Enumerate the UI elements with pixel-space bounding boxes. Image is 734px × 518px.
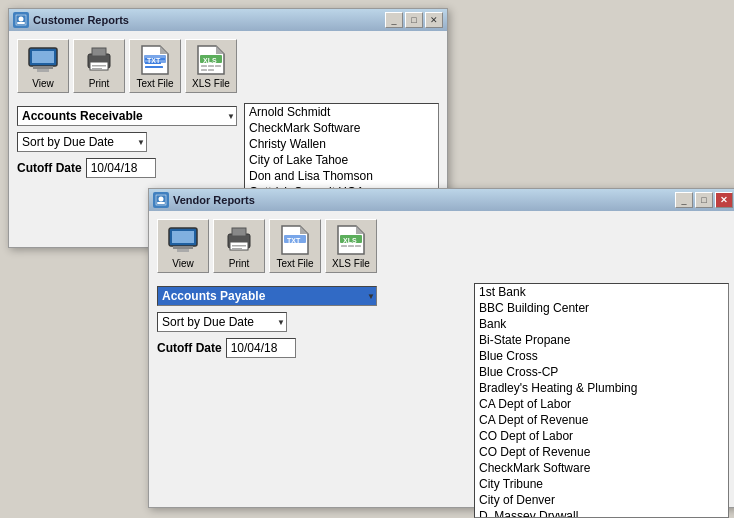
vendor-close-btn[interactable]: ✕	[715, 192, 733, 208]
vendor-minimize-btn[interactable]: _	[675, 192, 693, 208]
svg-rect-32	[173, 246, 193, 249]
list-item[interactable]: CheckMark Software	[245, 120, 438, 136]
customer-cutoff-label: Cutoff Date	[17, 161, 82, 175]
vendor-sort-select[interactable]: Sort by Due Date Sort by Name Sort by Am…	[157, 312, 287, 332]
list-item[interactable]: Bank	[475, 316, 728, 332]
svg-rect-5	[37, 69, 49, 72]
printer-icon	[223, 224, 255, 256]
list-item[interactable]: Don and Lisa Thomson	[245, 168, 438, 184]
monitor-icon	[27, 44, 59, 76]
customer-window-title: Customer Reports	[33, 14, 129, 26]
vendor-xls-file-btn[interactable]: XLS XLS File	[325, 219, 377, 273]
vendor-title-bar: Vendor Reports _ □ ✕	[149, 189, 734, 211]
customer-xls-file-btn[interactable]: XLS XLS File	[185, 39, 237, 93]
xls-icon: XLS	[335, 224, 367, 256]
svg-rect-6	[32, 51, 54, 63]
vendor-form: Accounts Payable Accounts Receivable Bal…	[157, 286, 377, 364]
customer-print-btn[interactable]: Print	[73, 39, 125, 93]
list-item[interactable]: CO Dept of Revenue	[475, 444, 728, 460]
customer-form: Accounts Receivable Accounts Payable Bal…	[17, 106, 237, 184]
customer-view-btn[interactable]: View	[17, 39, 69, 93]
customer-minimize-btn[interactable]: _	[385, 12, 403, 28]
svg-rect-16	[145, 66, 163, 68]
svg-point-1	[19, 17, 24, 22]
vendor-reports-window: Vendor Reports _ □ ✕ View	[148, 188, 734, 508]
svg-rect-2	[17, 22, 25, 24]
svg-text:TXT: TXT	[287, 237, 301, 244]
svg-rect-11	[92, 68, 102, 70]
list-item[interactable]: 1st Bank	[475, 284, 728, 300]
customer-report-row: Accounts Receivable Accounts Payable Bal…	[17, 106, 237, 126]
svg-point-29	[159, 197, 164, 202]
list-item[interactable]: Arnold Schmidt	[245, 104, 438, 120]
vendor-print-btn[interactable]: Print	[213, 219, 265, 273]
list-item[interactable]: Bradley's Heating & Plumbing	[475, 380, 728, 396]
list-item[interactable]: CA Dept of Revenue	[475, 412, 728, 428]
svg-rect-10	[92, 65, 106, 67]
svg-text:XLS: XLS	[343, 237, 357, 244]
customer-text-file-label: Text File	[136, 78, 173, 89]
customer-title-controls: _ □ ✕	[385, 12, 443, 28]
vendor-title-controls: _ □ ✕	[675, 192, 733, 208]
svg-rect-39	[232, 248, 242, 250]
svg-rect-50	[355, 245, 361, 247]
customer-text-file-btn[interactable]: TXT Text File	[129, 39, 181, 93]
vendor-sort-select-wrapper: Sort by Due Date Sort by Name Sort by Am…	[157, 312, 287, 332]
list-item[interactable]: Blue Cross	[475, 348, 728, 364]
customer-sort-select[interactable]: Sort by Due Date Sort by Name Sort by Am…	[17, 132, 147, 152]
customer-cutoff-input[interactable]	[86, 158, 156, 178]
vendor-window-body: View Print	[149, 211, 734, 507]
xls-icon: XLS	[195, 44, 227, 76]
customer-toolbar: View Print	[17, 39, 439, 93]
vendor-cutoff-row: Cutoff Date	[157, 338, 377, 358]
customer-window-icon	[13, 12, 29, 28]
customer-sort-select-wrapper: Sort by Due Date Sort by Name Sort by Am…	[17, 132, 147, 152]
vendor-list-box[interactable]: 1st Bank BBC Building Center Bank Bi-Sta…	[474, 283, 729, 518]
text-file-icon: TXT	[279, 224, 311, 256]
customer-cutoff-row: Cutoff Date	[17, 158, 237, 178]
vendor-text-file-btn[interactable]: TXT Text File	[269, 219, 321, 273]
svg-rect-25	[215, 65, 221, 67]
svg-rect-38	[232, 245, 246, 247]
list-item[interactable]: Blue Cross-CP	[475, 364, 728, 380]
svg-rect-48	[341, 245, 347, 247]
list-item[interactable]: CO Dept of Labor	[475, 428, 728, 444]
vendor-cutoff-input[interactable]	[226, 338, 296, 358]
customer-view-label: View	[32, 78, 54, 89]
list-item[interactable]: CheckMark Software	[475, 460, 728, 476]
vendor-cutoff-label: Cutoff Date	[157, 341, 222, 355]
list-item[interactable]: CA Dept of Labor	[475, 396, 728, 412]
vendor-report-select[interactable]: Accounts Payable Accounts Receivable Bal…	[157, 286, 377, 306]
svg-rect-23	[201, 65, 207, 67]
list-item[interactable]: City of Denver	[475, 492, 728, 508]
svg-rect-4	[33, 66, 53, 69]
svg-rect-26	[201, 69, 207, 71]
customer-report-select[interactable]: Accounts Receivable Accounts Payable Bal…	[17, 106, 237, 126]
customer-maximize-btn[interactable]: □	[405, 12, 423, 28]
vendor-maximize-btn[interactable]: □	[695, 192, 713, 208]
vendor-view-label: View	[172, 258, 194, 269]
svg-rect-24	[208, 65, 214, 67]
list-item[interactable]: City Tribune	[475, 476, 728, 492]
customer-xls-file-label: XLS File	[192, 78, 230, 89]
list-item[interactable]: Bi-State Propane	[475, 332, 728, 348]
vendor-report-select-wrapper: Accounts Payable Accounts Receivable Bal…	[157, 286, 377, 306]
printer-icon	[83, 44, 115, 76]
list-item[interactable]: D. Massey Drywall	[475, 508, 728, 518]
list-item[interactable]: BBC Building Center	[475, 300, 728, 316]
vendor-sort-row: Sort by Due Date Sort by Name Sort by Am…	[157, 312, 377, 332]
customer-sort-row: Sort by Due Date Sort by Name Sort by Am…	[17, 132, 237, 152]
customer-print-label: Print	[89, 78, 110, 89]
vendor-view-btn[interactable]: View	[157, 219, 209, 273]
list-item[interactable]: Christy Wallen	[245, 136, 438, 152]
vendor-report-row: Accounts Payable Accounts Receivable Bal…	[157, 286, 377, 306]
svg-rect-8	[92, 48, 106, 56]
vendor-window-title: Vendor Reports	[173, 194, 255, 206]
svg-rect-33	[177, 249, 189, 252]
svg-text:XLS: XLS	[203, 57, 217, 64]
customer-close-btn[interactable]: ✕	[425, 12, 443, 28]
customer-title-bar: Customer Reports _ □ ✕	[9, 9, 447, 31]
svg-rect-30	[157, 202, 165, 204]
list-item[interactable]: City of Lake Tahoe	[245, 152, 438, 168]
vendor-xls-file-label: XLS File	[332, 258, 370, 269]
